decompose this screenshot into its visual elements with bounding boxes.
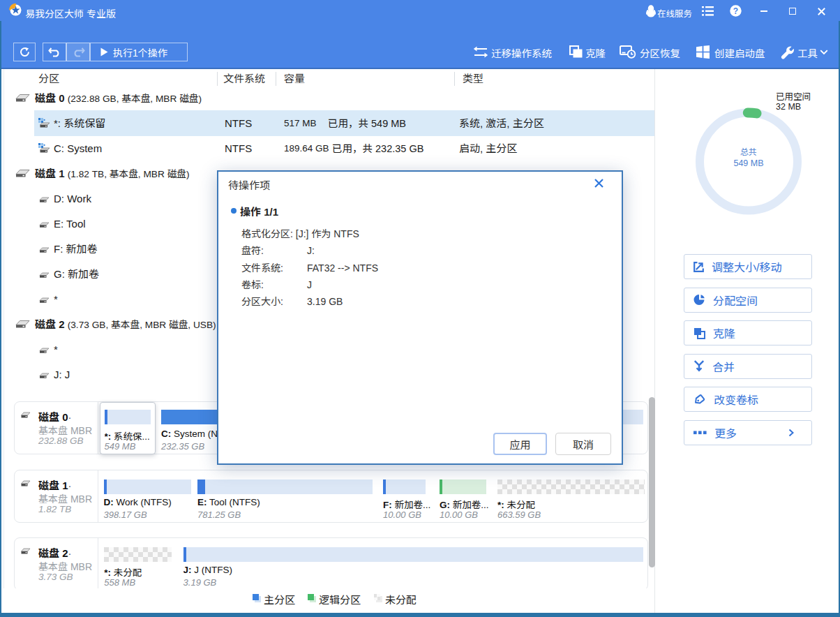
svg-text:?: ? bbox=[733, 6, 738, 16]
